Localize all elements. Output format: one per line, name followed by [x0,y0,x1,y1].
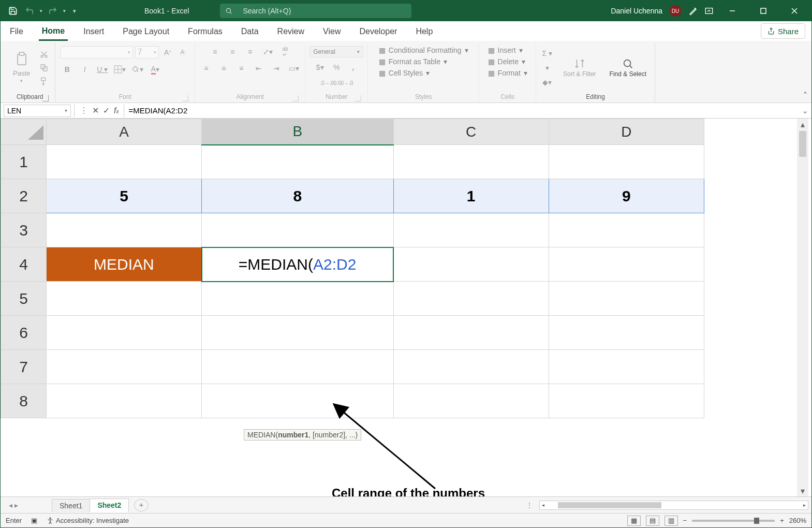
enter-formula-icon[interactable]: ✓ [103,106,110,115]
cell[interactable] [47,316,202,350]
cell-A4[interactable]: MEDIAN [47,247,202,282]
tab-formulas[interactable]: Formulas [185,22,226,41]
tab-help[interactable]: Help [412,22,436,41]
row-header[interactable]: 6 [1,316,47,350]
scroll-thumb[interactable] [558,502,661,508]
dialog-launcher-icon[interactable] [292,95,299,101]
tab-file[interactable]: File [7,22,26,41]
align-bottom-icon[interactable]: ≡ [243,46,257,57]
row-header[interactable]: 1 [1,145,47,179]
cell[interactable] [47,145,202,179]
increase-indent-icon[interactable]: ⇥ [270,63,283,74]
cell[interactable] [393,145,549,179]
cancel-formula-icon[interactable]: ✕ [92,106,99,115]
decrease-decimal-icon[interactable]: .00→.0 [338,77,351,89]
cell[interactable] [47,384,202,418]
tab-insert[interactable]: Insert [80,22,107,41]
search-box[interactable]: Search (Alt+Q) [220,4,411,18]
row-header[interactable]: 4 [1,247,47,282]
cell[interactable] [393,213,549,247]
row-header[interactable]: 5 [1,282,47,316]
borders-button[interactable]: ▾ [113,64,127,75]
cell[interactable] [47,282,202,316]
zoom-level[interactable]: 260% [789,517,806,524]
format-cells-button[interactable]: ▦Format ▾ [488,69,527,77]
chevron-down-icon[interactable]: ▾ [63,8,66,13]
tab-split-handle[interactable]: ⋮ [526,501,533,509]
italic-button[interactable]: I [78,64,92,75]
name-box[interactable]: LEN ▾ [4,105,71,117]
cell[interactable] [393,316,549,350]
cell[interactable] [202,384,393,418]
row-header[interactable]: 7 [1,350,47,384]
cell[interactable] [393,247,549,282]
merge-center-icon[interactable]: ▭▾ [287,63,301,74]
qat-customize-icon[interactable]: ▾ [73,8,76,14]
dropdown-icon[interactable]: ⋮ [80,106,88,115]
ribbon-display-icon[interactable] [705,7,713,14]
share-button[interactable]: Share [761,23,805,39]
save-icon[interactable] [7,5,19,17]
cell[interactable] [202,282,393,316]
scroll-right-icon[interactable]: ▸ [801,502,808,508]
fill-icon[interactable]: ▾ [540,62,554,74]
sheet-tab-sheet2[interactable]: Sheet2 [90,498,129,512]
fill-color-button[interactable]: ▾ [131,64,144,75]
find-select-button[interactable]: Find & Select [606,56,651,80]
font-name-combo[interactable]: ▾ [61,46,133,58]
format-painter-icon[interactable] [37,76,51,87]
minimize-button[interactable] [720,1,744,21]
accounting-format-icon[interactable]: $▾ [313,62,327,73]
cell-A2[interactable]: 5 [47,179,202,213]
bold-button[interactable]: B [61,64,74,75]
user-name[interactable]: Daniel Uchenna [611,7,662,15]
page-break-view-button[interactable]: ▥ [665,516,678,526]
cell-styles-button[interactable]: ▦Cell Styles ▾ [379,69,430,77]
accessibility-status[interactable]: Accessibility: Investigate [47,517,129,524]
col-header-A[interactable]: A [47,119,202,145]
cell[interactable] [393,384,549,418]
dialog-launcher-icon[interactable] [182,95,188,101]
insert-function-icon[interactable]: fx [114,106,119,115]
decrease-font-icon[interactable]: Aˇ [176,47,190,58]
cell[interactable] [393,282,549,316]
row-header[interactable]: 8 [1,384,47,418]
expand-formula-bar-icon[interactable]: ⌄ [801,106,811,115]
scroll-left-icon[interactable]: ◂ [540,502,547,508]
cell[interactable] [202,316,393,350]
dialog-launcher-icon[interactable] [355,95,361,101]
comma-format-icon[interactable]: , [346,62,360,73]
page-layout-view-button[interactable]: ▤ [646,516,659,526]
zoom-slider[interactable] [692,520,775,522]
cell[interactable] [549,316,704,350]
cell-B2[interactable]: 8 [202,179,393,213]
cell[interactable] [47,213,202,247]
cell[interactable] [549,213,704,247]
col-header-D[interactable]: D [549,119,704,145]
cell-C2[interactable]: 1 [393,179,549,213]
undo-icon[interactable] [23,5,36,17]
align-top-icon[interactable]: ≡ [208,46,222,57]
cell[interactable] [549,384,704,418]
new-sheet-button[interactable]: ＋ [134,499,149,511]
decrease-indent-icon[interactable]: ⇤ [252,63,265,74]
number-format-combo[interactable]: General▾ [309,46,363,57]
underline-button[interactable]: U ▾ [96,64,109,75]
copy-icon[interactable] [37,62,51,74]
tab-home[interactable]: Home [39,22,68,41]
cell[interactable] [202,145,393,179]
tab-data[interactable]: Data [238,22,262,41]
paste-button[interactable]: Paste ▾ [9,50,34,85]
redo-icon[interactable] [47,5,59,17]
grid[interactable]: A B C D 1 2 5 8 1 9 3 [1,119,811,496]
collapse-ribbon-icon[interactable]: ˄ [803,91,807,100]
vertical-scrollbar[interactable]: ▴ ▾ [797,119,808,496]
cell-D2[interactable]: 9 [549,179,704,213]
close-button[interactable] [783,1,806,21]
insert-cells-button[interactable]: ▦Insert ▾ [488,46,523,54]
formula-input[interactable]: =MEDIAN(A2:D2 [124,105,801,117]
tab-review[interactable]: Review [274,22,307,41]
row-header[interactable]: 2 [1,179,47,213]
chevron-down-icon[interactable]: ▾ [65,108,67,113]
clear-icon[interactable]: ◆▾ [540,77,554,88]
